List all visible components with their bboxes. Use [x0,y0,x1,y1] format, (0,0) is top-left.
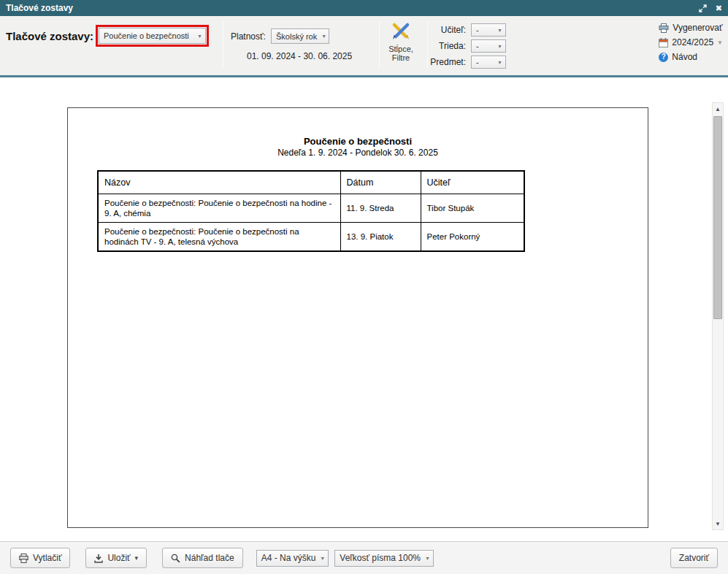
teacher-filter-select[interactable]: - ▼ [471,23,506,37]
printer-icon [659,23,669,33]
close-dialog-label: Zatvoriť [679,553,709,563]
dropdown-arrow-icon: ▼ [497,28,502,33]
download-icon [94,554,103,563]
toolbar-divider [223,20,223,69]
filters-group: Učiteľ: - ▼ Trieda: - ▼ Predmet: - ▼ [429,23,506,72]
validity-select-value: Školský rok [276,32,317,41]
school-year-value: 2024/2025 [672,37,713,47]
column-header-teacher: Učiteľ [421,171,524,194]
subject-filter-value: - [476,58,479,66]
close-icon[interactable]: ✖ [716,4,722,12]
scrollbar-thumb[interactable] [713,116,722,319]
report-table: Názov Dátum Učiteľ Poučenie o bezpečnost… [97,170,525,252]
print-options-group: A4 - Na výšku ▼ Veľkosť písma 100% ▼ [256,550,434,567]
validity-date-range: 01. 09. 2024 - 30. 06. 2025 [247,51,352,61]
paper-format-select[interactable]: A4 - Na výšku ▼ [256,550,329,567]
vertical-scrollbar[interactable]: ▲ ▼ [712,102,724,530]
print-button[interactable]: Vytlačiť [10,548,70,568]
magnifier-icon [171,554,180,563]
font-size-select[interactable]: Veľkosť písma 100% ▼ [334,550,434,567]
footer-toolbar: Vytlačiť Uložiť ▾ Náhľad tlače [0,541,728,574]
cell-date: 11. 9. Streda [340,194,421,223]
dropdown-arrow-icon: ▼ [321,34,326,39]
save-button[interactable]: Uložiť ▾ [85,548,147,568]
scroll-down-icon[interactable]: ▼ [713,518,723,529]
save-label: Uložiť [107,553,130,563]
document-period: Nedeľa 1. 9. 2024 - Pondelok 30. 6. 2025 [68,148,648,158]
calendar-icon [659,38,668,47]
help-icon: ? [659,53,668,62]
columns-filters-label: Stĺpce, Filtre [380,45,422,62]
window-title: Tlačové zostavy [6,3,73,13]
print-reports-window: Tlačové zostavy ✖ Tlačové zostavy: Pouče… [0,0,728,574]
cell-teacher: Peter Pokorný [421,223,524,252]
help-button[interactable]: ? Návod [659,52,697,62]
table-row: Poučenie o bezpečnosti: Poučenie o bezpe… [98,194,524,223]
class-filter-select[interactable]: - ▼ [471,39,506,53]
printer-icon [19,554,28,563]
dropdown-arrow-icon: ▼ [320,556,325,561]
dropdown-arrow-icon: ▼ [497,44,502,49]
crossed-pencils-icon [391,22,411,41]
caret-down-icon: ▾ [135,554,139,562]
print-preview-button[interactable]: Náhľad tlače [162,548,243,568]
validity-label: Platnosť: [231,31,266,42]
school-year-select[interactable]: 2024/2025 ▼ [659,37,723,47]
generate-label: Vygenerovať [673,23,722,33]
print-label: Vytlačiť [33,553,61,563]
columns-filters-button[interactable]: Stĺpce, Filtre [380,22,422,62]
report-highlight-box: Poučenie o bezpečnosti ▼ [96,25,209,47]
class-filter-value: - [476,42,479,50]
document-title: Poučenie o bezpečnosti [68,136,648,147]
column-header-date: Dátum [340,171,421,194]
table-header-row: Názov Dátum Učiteľ [98,171,524,194]
dropdown-arrow-icon: ▼ [497,60,502,65]
teacher-filter-label: Učiteľ: [429,25,466,35]
maximize-icon[interactable] [699,4,707,12]
class-filter-label: Trieda: [429,41,466,51]
dropdown-arrow-icon: ▼ [717,39,723,46]
close-dialog-button[interactable]: Zatvoriť [670,548,718,568]
subject-filter-label: Predmet: [429,57,466,67]
generate-button[interactable]: Vygenerovať [659,23,722,33]
font-size-value: Veľkosť písma 100% [340,553,421,563]
report-select-value: Poučenie o bezpečnosti [104,31,189,40]
cell-name: Poučenie o bezpečnosti: Poučenie o bezpe… [98,194,340,223]
dropdown-arrow-icon: ▼ [425,556,430,561]
scroll-up-icon[interactable]: ▲ [713,103,723,115]
teacher-filter-value: - [476,26,479,34]
subject-filter-select[interactable]: - ▼ [471,56,506,69]
paper-format-value: A4 - Na výšku [261,553,316,563]
cell-teacher: Tibor Stupák [421,194,524,223]
preview-area: Poučenie o bezpečnosti Nedeľa 1. 9. 2024… [0,80,728,541]
cell-date: 13. 9. Piatok [340,223,421,252]
titlebar: Tlačové zostavy ✖ [0,0,728,16]
report-picker-label: Tlačové zostavy: [6,30,93,42]
toolbar-divider [427,20,428,69]
column-header-name: Názov [98,171,340,194]
document-page: Poučenie o bezpečnosti Nedeľa 1. 9. 2024… [67,107,648,528]
toolbar: Tlačové zostavy: Poučenie o bezpečnosti … [0,16,728,77]
report-select[interactable]: Poučenie o bezpečnosti ▼ [99,28,206,44]
toolbar-right-actions: Vygenerovať 2024/2025 ▼ ? Návod [659,23,723,62]
table-row: Poučenie o bezpečnosti: Poučenie o bezpe… [98,223,524,252]
print-preview-label: Náhľad tlače [185,553,234,563]
help-label: Návod [672,52,697,62]
validity-select[interactable]: Školský rok ▼ [271,28,329,44]
dropdown-arrow-icon: ▼ [197,34,202,39]
cell-name: Poučenie o bezpečnosti: Poučenie o bezpe… [98,223,340,252]
